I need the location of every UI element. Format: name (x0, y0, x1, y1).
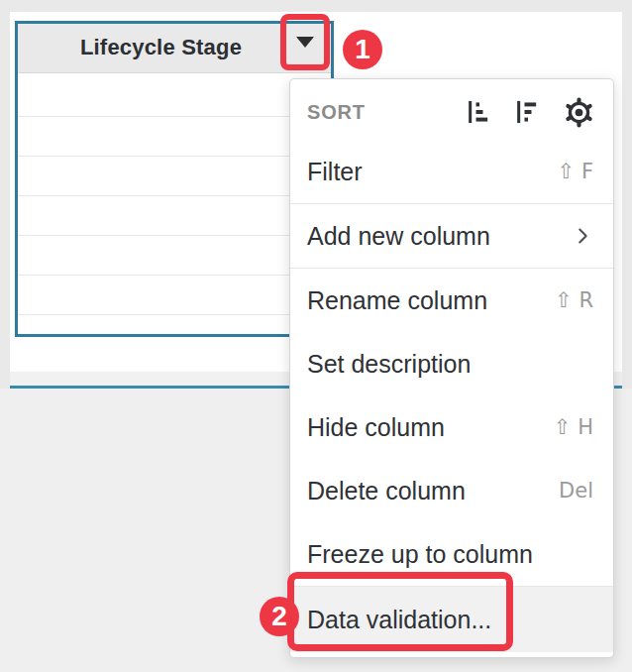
menu-item-freeze-up-to-column[interactable]: Freeze up to column (290, 522, 613, 586)
menu-item-label: Hide column (307, 413, 445, 442)
sort-ascending-icon[interactable] (466, 98, 493, 126)
column-header-lifecycle-stage[interactable]: Lifecycle Stage (17, 23, 331, 73)
menu-item-label: Add new column (307, 222, 490, 251)
menu-item-label: Data validation... (307, 606, 491, 634)
caret-down-icon (296, 37, 314, 48)
table-row[interactable] (18, 236, 331, 276)
menu-item-filter[interactable]: Filter ⇧ F (290, 140, 613, 203)
menu-item-label: Set description (307, 350, 471, 379)
sort-icon-group (466, 96, 595, 129)
table-row[interactable] (18, 196, 331, 236)
menu-item-data-validation[interactable]: Data validation... (290, 587, 613, 652)
menu-item-rename-column[interactable]: Rename column ⇧ R (290, 269, 613, 332)
menu-item-add-new-column[interactable]: Add new column (290, 204, 613, 268)
sort-section-label: SORT (307, 101, 366, 124)
sort-settings-gear-icon[interactable] (563, 96, 595, 129)
sort-descending-icon[interactable] (514, 98, 542, 126)
menu-item-shortcut: ⇧ F (558, 160, 593, 183)
table-row[interactable] (18, 315, 331, 336)
grid-rows (18, 73, 331, 336)
menu-item-label: Filter (307, 158, 363, 186)
menu-item-set-description[interactable]: Set description (290, 332, 613, 395)
column-dropdown-button[interactable] (286, 20, 324, 64)
menu-item-delete-column[interactable]: Delete column Del (290, 459, 613, 522)
menu-item-label: Rename column (307, 286, 487, 315)
menu-item-shortcut: ⇧ R (555, 288, 593, 312)
menu-item-label: Freeze up to column (307, 540, 533, 569)
menu-item-shortcut: Del (559, 479, 593, 503)
column-header-label: Lifecycle Stage (80, 35, 267, 60)
menu-sort-row: SORT (290, 84, 613, 140)
table-row[interactable] (18, 276, 331, 315)
chevron-right-icon (572, 225, 593, 247)
table-row[interactable] (18, 117, 331, 157)
menu-item-hide-column[interactable]: Hide column ⇧ H (290, 395, 613, 459)
menu-item-shortcut: ⇧ H (554, 415, 593, 439)
menu-item-label: Delete column (307, 477, 466, 505)
column-context-menu: SORT (289, 78, 614, 658)
table-row[interactable] (18, 73, 331, 117)
table-row[interactable] (18, 157, 331, 196)
